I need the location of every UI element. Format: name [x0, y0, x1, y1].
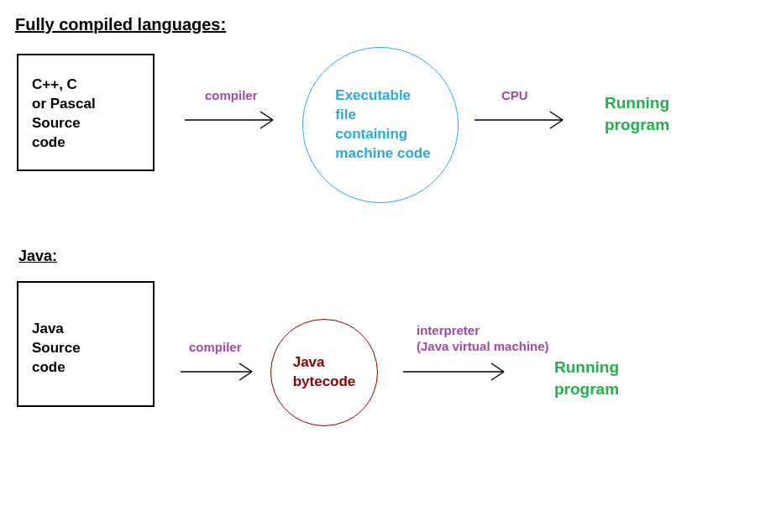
intermediate-circle-bytecode: Java bytecode	[270, 319, 378, 426]
arrow-label-interpreter: interpreter (Java virtual machine)	[417, 323, 549, 355]
arrow-label-interpreter-text: interpreter (Java virtual machine)	[417, 323, 549, 353]
arrow-label-compiler-2: compiler	[189, 340, 242, 356]
result-text-1: Running program	[605, 94, 669, 133]
result-running-program-1: Running program	[605, 92, 669, 135]
intermediate-circle-executable: Executable file containing machine code	[302, 47, 459, 203]
source-box-compiled-text: C++, C or Pascal Source code	[32, 76, 96, 150]
arrow-cpu	[470, 107, 579, 133]
source-box-compiled: C++, C or Pascal Source code	[17, 54, 155, 171]
arrow-label-cpu: CPU	[501, 88, 528, 104]
intermediate-bytecode-text: Java bytecode	[293, 353, 356, 392]
heading-compiled-languages: Fully compiled languages:	[15, 15, 226, 34]
heading-java: Java:	[18, 248, 57, 265]
result-text-2: Running program	[554, 358, 619, 398]
source-box-java: Java Source code	[17, 281, 155, 407]
arrow-compiler-2	[176, 359, 269, 384]
source-box-java-text: Java Source code	[32, 321, 81, 375]
arrow-compiler-1	[181, 107, 290, 133]
arrow-interpreter	[399, 359, 521, 384]
arrow-label-compiler-1: compiler	[205, 88, 258, 104]
intermediate-executable-text: Executable file containing machine code	[330, 86, 430, 164]
result-running-program-2: Running program	[554, 357, 619, 399]
